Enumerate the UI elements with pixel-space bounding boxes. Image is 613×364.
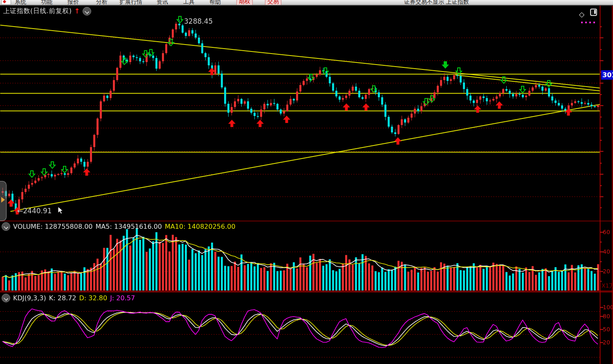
menu-bar: 系统 功能 报价 分析 扩展行情 资讯 工具 帮助 期权 交易 证券交易不显示 …	[0, 0, 613, 6]
kdj-header: KDJ(9,3,3) K: 28.72 D: 32.80 J: 20.57	[2, 294, 135, 302]
current-price-box: 3012	[601, 70, 613, 80]
collapse-chevron-icon[interactable]	[2, 294, 10, 302]
menu-item-system[interactable]: 系统	[15, 0, 26, 6]
low-price-label: ←2440.91	[17, 207, 52, 215]
left-drawer-handle[interactable]	[0, 181, 7, 221]
menu-item-help[interactable]: 帮助	[209, 0, 221, 6]
menu-item-quotes[interactable]: 报价	[67, 0, 79, 6]
collapse-chevron-icon[interactable]	[2, 222, 10, 231]
trading-terminal: 系统 功能 报价 分析 扩展行情 资讯 工具 帮助 期权 交易 证券交易不显示 …	[0, 0, 613, 364]
page-title: 上证指数(日线.前复权)	[3, 7, 72, 16]
kdj-axis-20: 20	[603, 339, 610, 346]
menu-item-extended[interactable]: 扩展行情	[119, 0, 142, 6]
window-controls: ◇	[579, 9, 597, 18]
app-logo-icon[interactable]	[1, 0, 11, 5]
menu-item-trade[interactable]: 交易	[265, 0, 281, 6]
kdj-axis-50: 50	[603, 326, 610, 333]
menu-right-status: 证券交易不显示 上证指数	[404, 0, 469, 6]
drawer-arrow-icon	[1, 197, 5, 203]
menu-item-analysis[interactable]: 分析	[96, 0, 108, 6]
high-price-label: 3288.45	[184, 17, 213, 25]
kdj-axis-80: 80	[603, 313, 610, 319]
kdj-axis-100: 100	[603, 304, 613, 310]
volume-header: VOLUME: 128755808.00 MA5: 134951616.00 M…	[2, 222, 236, 231]
volume-axis-40: 40	[603, 248, 610, 255]
kdj-j-value: J: 20.57	[110, 294, 135, 302]
volume-unit-label: X1万	[602, 282, 613, 290]
volume-value: VOLUME: 128755808.00	[13, 223, 93, 230]
kdj-d-value: D: 32.80	[79, 294, 108, 302]
menu-item-tools[interactable]: 工具	[183, 0, 195, 6]
menu-item-news[interactable]: 资讯	[157, 0, 168, 6]
volume-axis-60: 60	[603, 229, 610, 235]
volume-ma5: MA5: 134951616.00	[96, 223, 162, 230]
chart-canvas[interactable]	[0, 0, 613, 364]
menu-item-options[interactable]: 期权	[236, 0, 253, 6]
panel-layout-icon[interactable]	[590, 9, 597, 16]
trend-up-icon: ↑	[74, 8, 80, 15]
kdj-k-value: K: 28.72	[49, 294, 76, 302]
collapse-chevron-icon[interactable]	[83, 7, 91, 16]
kdj-label: KDJ(9,3,3)	[13, 294, 46, 302]
mouse-cursor	[58, 206, 64, 214]
menu-item-function[interactable]: 功能	[41, 0, 52, 6]
magenta-dots-icon	[581, 17, 602, 19]
chart-title-bar: 上证指数(日线.前复权) ↑	[3, 7, 91, 16]
volume-axis-20: 20	[603, 268, 610, 275]
volume-ma10: MA10: 140820256.00	[165, 223, 236, 230]
